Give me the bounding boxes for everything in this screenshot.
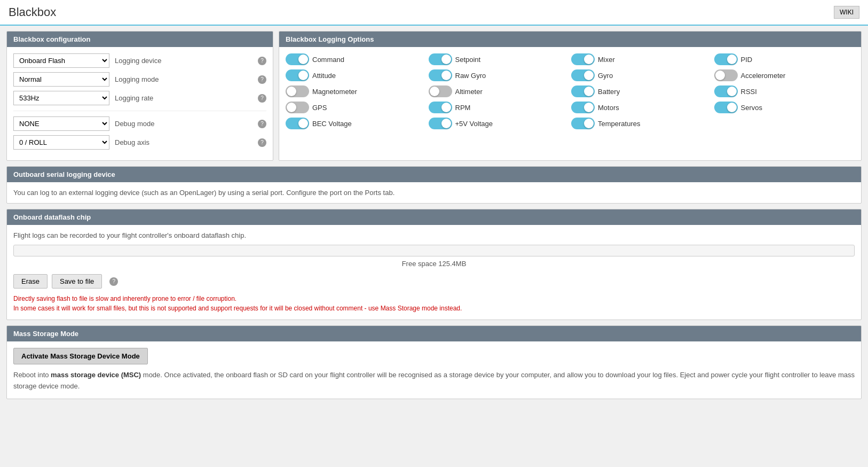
toggle-motors[interactable] — [571, 102, 595, 113]
toggle-track — [286, 102, 309, 113]
toggle-temperatures[interactable] — [571, 118, 595, 129]
logging-item: Magnetometer — [286, 85, 427, 97]
save-help-icon[interactable]: ? — [109, 277, 118, 286]
erase-button[interactable]: Erase — [13, 274, 48, 289]
toggle-rpm[interactable] — [429, 102, 452, 113]
toggle-magnetometer[interactable] — [286, 85, 309, 97]
logging-item-label: Temperatures — [598, 120, 640, 128]
toggle-battery[interactable] — [571, 85, 595, 97]
logging-item-label: Accelerometer — [741, 72, 786, 80]
toggle-mixer[interactable] — [571, 53, 595, 65]
debug-axis-select[interactable]: 0 / ROLL 1 / PITCH 2 / YAW — [13, 135, 109, 150]
logging-item: BEC Voltage — [286, 118, 427, 129]
logging-item-label: Attitude — [312, 72, 336, 80]
toggle-accelerometer[interactable] — [714, 69, 738, 81]
logging-panel-header: Blackbox Logging Options — [279, 32, 861, 47]
toggle-thumb — [441, 119, 451, 128]
toggle-track — [571, 118, 595, 129]
toggle-thumb — [287, 103, 296, 112]
toggle-thumb — [298, 55, 308, 64]
toggle-servos[interactable] — [714, 102, 738, 113]
toggle-track — [571, 102, 595, 113]
toggle-bec-voltage[interactable] — [286, 118, 309, 129]
toggle-pid[interactable] — [714, 53, 738, 65]
logging-item-label: RPM — [455, 104, 471, 112]
toggle-track — [714, 53, 738, 65]
toggle-thumb — [584, 71, 594, 80]
logging-item: Altimeter — [429, 85, 570, 97]
toggle-thumb — [441, 103, 451, 112]
toggle-altimeter[interactable] — [429, 85, 452, 97]
debug-axis-label: Debug axis — [115, 138, 255, 146]
toggle-thumb — [584, 119, 594, 128]
toggle-track — [571, 69, 595, 81]
logging-mode-select[interactable]: Normal Debug — [13, 72, 109, 87]
logging-item: Battery — [571, 85, 712, 97]
logging-item: Motors — [571, 102, 712, 113]
activate-msc-button[interactable]: Activate Mass Storage Device Mode — [13, 348, 148, 364]
debug-mode-help-icon[interactable]: ? — [258, 120, 266, 128]
mass-storage-panel: Mass Storage Mode Activate Mass Storage … — [6, 325, 862, 399]
logging-mode-help-icon[interactable]: ? — [258, 75, 266, 84]
logging-rate-select[interactable]: 533Hz 1kHz 2kHz — [13, 91, 109, 105]
dataflash-panel-header: Onboard dataflash chip — [7, 209, 861, 225]
toggle-attitude[interactable] — [286, 69, 309, 81]
logging-device-row: Onboard Flash SD Card Serial Port Loggin… — [13, 53, 266, 68]
toggle-track — [571, 85, 595, 97]
toggle-command[interactable] — [286, 53, 309, 65]
logging-rate-help-icon[interactable]: ? — [258, 94, 266, 103]
logging-item-label: Command — [312, 56, 344, 64]
toggle-thumb — [298, 119, 308, 128]
logging-item-label: Altimeter — [455, 88, 483, 96]
logging-item: GPS — [286, 102, 427, 113]
toggle-setpoint[interactable] — [429, 53, 452, 65]
mass-storage-body: Activate Mass Storage Device Mode Reboot… — [7, 341, 861, 399]
debug-mode-select[interactable]: NONE GYRO ACCEL — [13, 116, 109, 131]
logging-item: Mixer — [571, 53, 712, 65]
toggle-thumb — [584, 103, 594, 112]
page-header: Blackbox WIKI — [0, 0, 868, 26]
toggle-thumb — [430, 87, 439, 96]
wiki-button[interactable]: WIKI — [834, 6, 859, 19]
warning-line2: In some cases it will work for small fil… — [13, 305, 462, 312]
logging-device-select[interactable]: Onboard Flash SD Card Serial Port — [13, 53, 109, 68]
toggle-raw-gyro[interactable] — [429, 69, 452, 81]
warning-line1: Directly saving flash to file is slow an… — [13, 295, 236, 302]
toggle-thumb — [584, 55, 594, 64]
logging-device-label: Logging device — [115, 57, 255, 65]
toggle-thumb — [715, 71, 725, 80]
debug-mode-label: Debug mode — [115, 120, 255, 128]
toggle-gps[interactable] — [286, 102, 309, 113]
save-to-file-button[interactable]: Save to file — [52, 274, 102, 289]
dataflash-btn-row: Erase Save to file ? — [13, 274, 855, 289]
toggle-track — [429, 85, 452, 97]
toggle-+5v-voltage[interactable] — [429, 118, 452, 129]
top-row: Blackbox configuration Onboard Flash SD … — [6, 31, 862, 161]
toggle-gyro[interactable] — [571, 69, 595, 81]
logging-panel-body: CommandSetpointMixerPIDAttitudeRaw GyroG… — [279, 47, 861, 136]
toggle-track — [429, 102, 452, 113]
mass-storage-description: Reboot into mass storage device (MSC) mo… — [13, 370, 855, 392]
logging-item: Setpoint — [429, 53, 570, 65]
logging-device-help-icon[interactable]: ? — [258, 57, 266, 65]
toggle-thumb — [727, 55, 737, 64]
debug-axis-help-icon[interactable]: ? — [258, 138, 266, 147]
logging-item: +5V Voltage — [429, 118, 570, 129]
toggle-track — [571, 53, 595, 65]
dataflash-body: Flight logs can be recorded to your flig… — [7, 225, 861, 320]
toggle-thumb — [441, 55, 451, 64]
toggle-rssi[interactable] — [714, 85, 738, 97]
config-panel: Blackbox configuration Onboard Flash SD … — [6, 31, 273, 161]
toggle-track — [286, 118, 309, 129]
main-content: Blackbox configuration Onboard Flash SD … — [0, 26, 868, 410]
logging-item-label: Setpoint — [455, 56, 481, 64]
logging-item: Attitude — [286, 69, 427, 81]
logging-item-label: Magnetometer — [312, 88, 357, 96]
form-divider — [13, 111, 266, 111]
mass-storage-desc-bold: mass storage device (MSC) — [51, 371, 141, 379]
toggle-track — [429, 69, 452, 81]
logging-item-label: Mixer — [598, 56, 615, 64]
outboard-description: You can log to an external logging devic… — [7, 182, 861, 203]
logging-item-label: Gyro — [598, 72, 613, 80]
logging-item-label: Raw Gyro — [455, 72, 486, 80]
